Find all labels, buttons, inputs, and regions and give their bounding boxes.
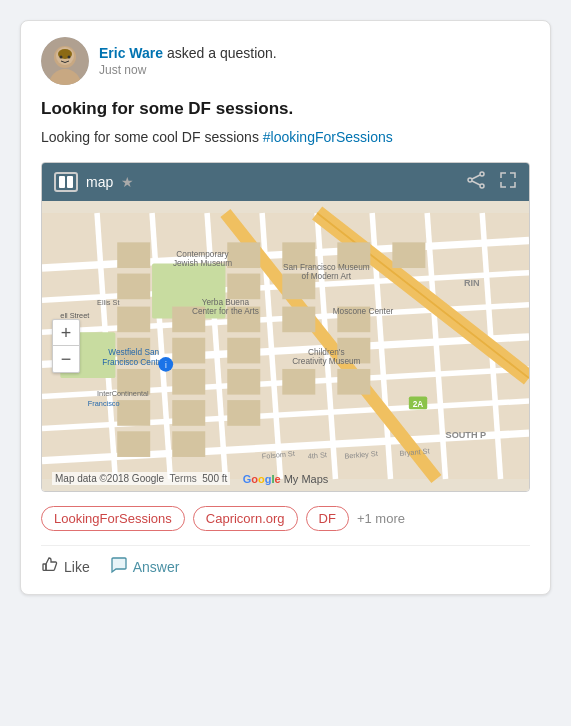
svg-rect-61	[172, 431, 205, 457]
svg-line-13	[472, 181, 480, 185]
map-zoom-out-button[interactable]: −	[53, 346, 79, 372]
like-button[interactable]: Like	[41, 556, 90, 578]
svg-point-5	[60, 56, 63, 59]
svg-rect-50	[227, 369, 260, 395]
map-scale-text: 500 ft	[202, 473, 227, 484]
svg-rect-52	[172, 338, 205, 364]
svg-text:Contemporary: Contemporary	[176, 250, 229, 259]
question-body-text: Looking for some cool DF sessions	[41, 129, 263, 145]
answer-label: Answer	[133, 559, 180, 575]
svg-text:Moscone Center: Moscone Center	[333, 307, 394, 316]
map-icon-box	[54, 172, 78, 192]
svg-rect-35	[117, 242, 150, 268]
svg-rect-45	[282, 307, 315, 333]
svg-rect-57	[172, 400, 205, 426]
svg-rect-7	[59, 176, 65, 188]
question-title: Looking for some DF sessions.	[41, 99, 530, 119]
svg-point-10	[468, 178, 472, 182]
tag-capricornorg[interactable]: Capricorn.org	[193, 506, 298, 531]
map-data-text: Map data ©2018 Google	[55, 473, 164, 484]
svg-text:2A: 2A	[413, 400, 424, 409]
svg-rect-60	[117, 431, 150, 457]
map-toolbar-right	[467, 171, 517, 193]
post-header: Eric Ware asked a question. Just now	[41, 37, 530, 85]
svg-text:Children's: Children's	[308, 348, 344, 357]
post-card: Eric Ware asked a question. Just now Loo…	[20, 20, 551, 595]
avatar	[41, 37, 89, 85]
svg-text:SOUTH P: SOUTH P	[446, 430, 487, 440]
map-toolbar: map ★	[42, 163, 529, 201]
header-text: Eric Ware asked a question. Just now	[99, 45, 277, 77]
map-terms-link[interactable]: Terms	[170, 473, 197, 484]
svg-text:Ellis St: Ellis St	[97, 298, 119, 307]
svg-rect-58	[227, 400, 260, 426]
svg-text:Francisco: Francisco	[88, 399, 120, 408]
svg-text:San Francisco Museum: San Francisco Museum	[283, 263, 370, 272]
svg-rect-42	[392, 242, 425, 268]
hashtag-link[interactable]: #lookingForSessions	[263, 129, 393, 145]
svg-text:4th St: 4th St	[307, 450, 327, 461]
map-zoom-controls: + −	[52, 319, 80, 373]
svg-rect-8	[67, 176, 73, 188]
svg-point-11	[480, 184, 484, 188]
svg-point-6	[68, 56, 71, 59]
actions-row: Like Answer	[41, 545, 530, 578]
svg-rect-36	[117, 274, 150, 300]
svg-rect-46	[117, 307, 150, 333]
answer-button[interactable]: Answer	[110, 556, 180, 578]
like-icon	[41, 556, 59, 578]
svg-rect-38	[227, 274, 260, 300]
svg-text:Francisco Centre: Francisco Centre	[102, 358, 165, 367]
map-star-icon[interactable]: ★	[121, 174, 134, 190]
svg-text:InterContinental: InterContinental	[97, 389, 149, 398]
answer-icon	[110, 556, 128, 578]
tag-df[interactable]: DF	[306, 506, 349, 531]
svg-line-12	[472, 175, 480, 179]
svg-rect-59	[117, 400, 150, 426]
map-expand-icon[interactable]	[499, 171, 517, 193]
map-widget: map ★	[41, 162, 530, 492]
map-share-icon[interactable]	[467, 171, 485, 193]
user-link[interactable]: Eric Ware	[99, 45, 163, 61]
svg-text:Westfield San: Westfield San	[108, 348, 159, 357]
map-label: map	[86, 174, 113, 190]
svg-text:Creativity Museum: Creativity Museum	[292, 357, 360, 366]
svg-rect-37	[227, 242, 260, 268]
svg-text:Yerba Buena: Yerba Buena	[202, 298, 250, 307]
header-action-line: Eric Ware asked a question.	[99, 45, 277, 61]
map-body[interactable]: Contemporary Jewish Museum Ellis St ell …	[42, 201, 529, 491]
map-footer: Map data ©2018 Google Terms 500 ft	[52, 472, 230, 485]
svg-text:Jewish Museum: Jewish Museum	[173, 259, 232, 268]
svg-point-9	[480, 172, 484, 176]
svg-rect-56	[337, 369, 370, 395]
svg-rect-87	[43, 564, 46, 570]
tags-row: LookingForSessions Capricorn.org DF +1 m…	[41, 506, 530, 531]
timestamp: Just now	[99, 63, 277, 77]
svg-text:of Modern Art: of Modern Art	[302, 272, 352, 281]
map-toolbar-left: map ★	[54, 172, 134, 192]
map-zoom-in-button[interactable]: +	[53, 320, 79, 346]
tag-lookingforsessions[interactable]: LookingForSessions	[41, 506, 185, 531]
google-logo: Google My Maps	[243, 473, 329, 485]
svg-text:RIN: RIN	[464, 278, 480, 288]
like-label: Like	[64, 559, 90, 575]
svg-text:Center for the Arts: Center for the Arts	[192, 307, 259, 316]
question-body: Looking for some cool DF sessions #looki…	[41, 127, 530, 148]
svg-rect-53	[227, 338, 260, 364]
svg-rect-51	[282, 369, 315, 395]
tags-more[interactable]: +1 more	[357, 511, 405, 526]
svg-rect-49	[172, 369, 205, 395]
action-text: asked a question.	[163, 45, 277, 61]
google-logo-text: G	[243, 473, 252, 485]
svg-text:i: i	[165, 361, 167, 370]
